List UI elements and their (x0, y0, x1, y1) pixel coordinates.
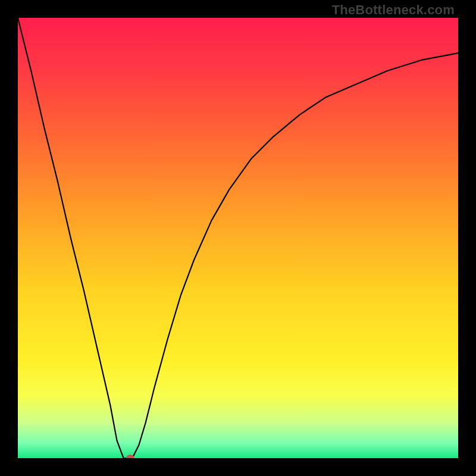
plot-area (18, 18, 458, 458)
optimum-marker (126, 455, 134, 458)
bottleneck-curve (18, 18, 458, 458)
chart-frame: TheBottleneck.com (0, 0, 476, 476)
watermark-text: TheBottleneck.com (332, 2, 455, 18)
